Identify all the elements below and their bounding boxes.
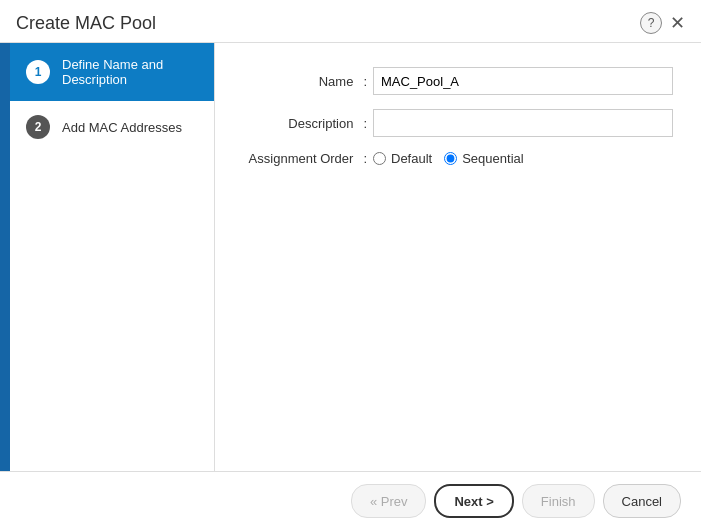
next-button[interactable]: Next >	[434, 484, 513, 518]
name-colon: :	[363, 74, 367, 89]
assignment-order-options: Default Sequential	[373, 151, 524, 166]
sidebar-item-label-1: Define Name and Description	[62, 57, 198, 87]
step-2-number: 2	[26, 115, 50, 139]
dialog-footer: « Prev Next > Finish Cancel	[0, 471, 701, 530]
sidebar-item-label-2: Add MAC Addresses	[62, 120, 182, 135]
description-input[interactable]	[373, 109, 673, 137]
sidebar-item-add-mac[interactable]: 2 Add MAC Addresses	[10, 101, 214, 153]
assignment-order-label: Assignment Order	[243, 151, 363, 166]
description-label: Description	[243, 116, 363, 131]
description-row: Description :	[243, 109, 673, 137]
sequential-radio-option[interactable]: Sequential	[444, 151, 523, 166]
finish-button[interactable]: Finish	[522, 484, 595, 518]
assignment-order-row: Assignment Order : Default Sequential	[243, 151, 673, 166]
prev-button[interactable]: « Prev	[351, 484, 427, 518]
content-area: Name : Description : Assignment Order : …	[215, 43, 701, 471]
name-input[interactable]	[373, 67, 673, 95]
close-button[interactable]: ✕	[670, 14, 685, 32]
dialog-title: Create MAC Pool	[16, 13, 156, 34]
sidebar-item-define-name[interactable]: 1 Define Name and Description	[10, 43, 214, 101]
help-icon[interactable]: ?	[640, 12, 662, 34]
description-colon: :	[363, 116, 367, 131]
sidebar: 1 Define Name and Description 2 Add MAC …	[10, 43, 215, 471]
create-mac-pool-dialog: Create MAC Pool ? ✕ 1 Define Name and De…	[0, 0, 701, 530]
dialog-header: Create MAC Pool ? ✕	[0, 0, 701, 43]
name-row: Name :	[243, 67, 673, 95]
default-radio[interactable]	[373, 152, 386, 165]
accent-bar	[0, 43, 10, 471]
dialog-body: 1 Define Name and Description 2 Add MAC …	[0, 43, 701, 471]
default-radio-label: Default	[391, 151, 432, 166]
sequential-radio-label: Sequential	[462, 151, 523, 166]
default-radio-option[interactable]: Default	[373, 151, 432, 166]
cancel-button[interactable]: Cancel	[603, 484, 681, 518]
sequential-radio[interactable]	[444, 152, 457, 165]
assignment-order-colon: :	[363, 151, 367, 166]
step-1-number: 1	[26, 60, 50, 84]
header-icons: ? ✕	[640, 12, 685, 34]
name-label: Name	[243, 74, 363, 89]
